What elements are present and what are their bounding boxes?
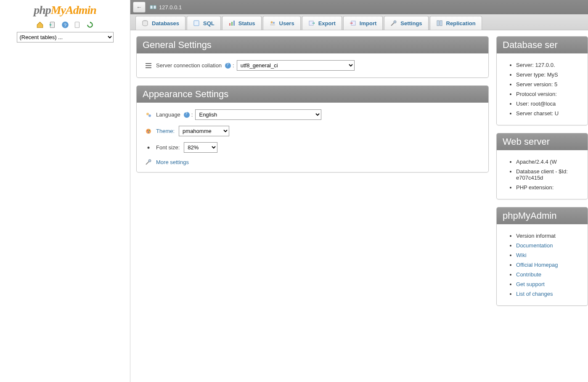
fontsize-select[interactable]: 82%: [184, 142, 217, 153]
support-link[interactable]: Get support: [516, 281, 545, 287]
tab-status[interactable]: Status: [222, 16, 262, 30]
panel-phpmyadmin: phpMyAdmin Version informat Documentatio…: [496, 207, 588, 306]
collation-select[interactable]: utf8_general_ci: [237, 60, 355, 71]
tab-replication[interactable]: Replication: [430, 16, 482, 30]
panel-general-settings: General Settings Server connection colla…: [136, 36, 489, 78]
list-item: Database client - $Id: e707c415d: [516, 167, 579, 183]
fontsize-label: Font size:: [156, 144, 180, 151]
svg-rect-21: [146, 67, 151, 68]
panel-web-server: Web server Apache/2.4.4 (W Database clie…: [496, 133, 588, 199]
list-item: Version informat: [516, 231, 579, 241]
panel-title: phpMyAdmin: [497, 207, 588, 224]
webserver-list: Apache/2.4.4 (W Database client - $Id: e…: [516, 157, 579, 192]
svg-rect-20: [146, 65, 151, 66]
help-icon[interactable]: [184, 112, 190, 118]
svg-rect-5: [154, 5, 156, 9]
svg-rect-9: [231, 22, 233, 26]
svg-rect-7: [194, 21, 199, 26]
sidebar: phpMyAdmin ? (Recent tables) ...: [0, 0, 130, 382]
svg-point-16: [394, 21, 396, 23]
svg-rect-8: [229, 23, 230, 26]
wrench-icon: [145, 159, 152, 165]
logo-part2: MyAdmin: [51, 3, 96, 16]
list-item: User: root@loca: [516, 99, 579, 109]
svg-rect-13: [270, 24, 275, 26]
tab-users[interactable]: Users: [263, 16, 301, 30]
tab-label: Users: [279, 20, 294, 27]
row-language: Language : English: [145, 109, 480, 120]
list-item: Contribute: [516, 270, 579, 279]
list-item: Server type: MyS: [516, 70, 579, 80]
settings-icon: [390, 20, 397, 27]
theme-label[interactable]: Theme:: [156, 128, 175, 134]
main: ← 127.0.0.1 Databases SQL Status Users: [130, 0, 588, 382]
svg-rect-17: [437, 21, 439, 26]
docs-icon[interactable]: [74, 21, 81, 29]
svg-rect-10: [233, 21, 235, 26]
server-icon: [150, 4, 156, 10]
colon: :: [191, 111, 193, 118]
svg-point-28: [148, 146, 150, 149]
doc-link[interactable]: Documentation: [516, 242, 553, 249]
list-item: Wiki: [516, 250, 579, 260]
svg-rect-19: [146, 63, 151, 64]
breadcrumb-host[interactable]: 127.0.0.1: [159, 4, 182, 11]
list-item: Server: 127.0.0.: [516, 60, 579, 70]
more-settings-link[interactable]: More settings: [156, 159, 189, 165]
collation-label: Server connection collation: [156, 62, 222, 69]
panel-title: General Settings: [137, 37, 488, 53]
theme-icon: [145, 128, 152, 135]
wiki-link[interactable]: Wiki: [516, 252, 527, 258]
svg-rect-4: [150, 5, 153, 9]
svg-point-22: [146, 113, 149, 115]
changes-link[interactable]: List of changes: [516, 291, 553, 297]
logout-icon[interactable]: [49, 21, 56, 29]
tab-import[interactable]: Import: [343, 16, 383, 30]
language-select[interactable]: English: [195, 109, 321, 120]
list-item: Apache/2.4.4 (W: [516, 157, 579, 167]
sidebar-quicklinks: ?: [0, 21, 130, 29]
main-column: General Settings Server connection colla…: [136, 36, 489, 313]
svg-point-23: [148, 114, 151, 117]
theme-select[interactable]: pmahomme: [179, 126, 229, 136]
logo[interactable]: phpMyAdmin: [34, 3, 96, 17]
svg-point-27: [148, 131, 149, 133]
tab-settings[interactable]: Settings: [384, 16, 428, 30]
contribute-link[interactable]: Contribute: [516, 271, 541, 278]
colon: :: [233, 62, 234, 69]
reload-icon[interactable]: [86, 21, 94, 29]
help-icon[interactable]: [225, 63, 231, 69]
tab-label: SQL: [203, 20, 215, 27]
homepage-link[interactable]: Official Homepag: [516, 262, 558, 268]
recent-tables-select[interactable]: (Recent tables) ...: [17, 32, 114, 42]
language-icon: [145, 111, 152, 118]
row-theme: Theme: pmahomme: [145, 126, 480, 136]
import-icon: [350, 20, 356, 27]
back-button[interactable]: ←: [133, 2, 146, 13]
recent-tables: (Recent tables) ...: [17, 32, 114, 42]
list-item: Server charset: U: [516, 109, 579, 118]
content: General Settings Server connection colla…: [130, 30, 588, 313]
sql-help-icon[interactable]: ?: [61, 21, 69, 29]
svg-point-11: [270, 21, 273, 24]
tab-label: Import: [360, 20, 376, 27]
list-item: PHP extension:: [516, 183, 579, 192]
list-item: List of changes: [516, 289, 579, 299]
info-column: Database ser Server: 127.0.0. Server typ…: [496, 36, 588, 313]
list-item: Protocol version:: [516, 89, 579, 99]
svg-text:?: ?: [64, 23, 66, 28]
tabstrip: Databases SQL Status Users Export Import: [130, 14, 588, 30]
svg-rect-3: [75, 22, 79, 28]
list-item: Server version: 5: [516, 80, 579, 89]
tab-sql[interactable]: SQL: [187, 16, 221, 30]
svg-point-25: [147, 130, 148, 131]
tab-label: Settings: [400, 20, 422, 27]
row-more-settings: More settings: [145, 159, 480, 165]
list-icon: [145, 62, 152, 69]
database-icon: [142, 20, 148, 27]
tab-export[interactable]: Export: [302, 16, 342, 30]
language-label: Language: [156, 111, 180, 118]
home-icon[interactable]: [36, 21, 44, 29]
tab-databases[interactable]: Databases: [135, 16, 185, 30]
tab-label: Databases: [152, 20, 179, 27]
